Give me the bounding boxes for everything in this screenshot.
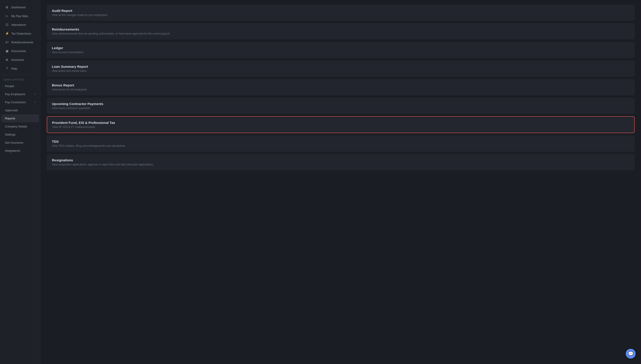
report-card-desc-reimbursements: View reimbursements that are pending aut… [52, 32, 629, 35]
sidebar-item-reports[interactable]: Reports [1, 114, 39, 122]
report-card-title-audit-report: Audit Report [52, 9, 629, 12]
report-card-title-tds: TDS [52, 140, 629, 144]
sidebar-label-dashboard: Dashboard [11, 6, 26, 9]
sidebar-label-get-insurance: Get Insurance [5, 141, 23, 144]
sidebar-label-attendance: Attendance [11, 23, 26, 26]
report-card-loan-summary-report[interactable]: Loan Summary ReportView active and close… [47, 60, 635, 77]
report-card-desc-bonus-report: View bonus for all employees [52, 88, 629, 91]
sidebar-item-pay-employees[interactable]: Pay Employees▾ [1, 90, 39, 98]
report-card-title-reimbursements: Reimbursements [52, 28, 629, 31]
report-card-title-loan-summary-report: Loan Summary Report [52, 65, 629, 68]
sidebar-label-pay-employees: Pay Employees [5, 92, 25, 96]
tax-deductions-icon: ⚡ [5, 32, 9, 36]
report-card-title-bonus-report: Bonus Report [52, 83, 629, 87]
attendance-icon: ☑ [5, 23, 9, 27]
report-card-audit-report[interactable]: Audit ReportView all the changes made by… [47, 4, 635, 21]
report-card-ledger[interactable]: LedgerView account transactions [47, 42, 635, 58]
report-card-desc-upcoming-contractor-payments: View future contractor payments [52, 106, 629, 110]
sidebar-item-pay-contractors[interactable]: Pay Contractors▾ [1, 98, 39, 106]
sidebar-item-documents[interactable]: ▣Documents [1, 47, 39, 55]
sidebar-label-approvals: Approvals [5, 108, 18, 112]
sidebar-item-tax-deductions[interactable]: ⚡Tax Deductions [1, 29, 39, 38]
report-card-desc-ledger: View account transactions [52, 51, 629, 54]
documents-icon: ▣ [5, 49, 9, 53]
sidebar-label-insurance: Insurance [11, 58, 24, 62]
report-card-reimbursements[interactable]: ReimbursementsView reimbursements that a… [47, 23, 635, 40]
sidebar-label-reports: Reports [5, 117, 15, 120]
sidebar-divider [3, 75, 38, 75]
my-pay-slips-icon: ▷ [5, 14, 9, 18]
sidebar-item-approvals[interactable]: Approvals [1, 106, 39, 114]
sidebar-item-dashboard[interactable]: ⊞Dashboard [1, 3, 39, 12]
sidebar-item-people[interactable]: People [1, 82, 39, 90]
help-icon: ? [5, 66, 9, 70]
report-card-resignations[interactable]: ResignationsView resignation application… [47, 154, 635, 170]
sidebar-item-insurance[interactable]: ⊕Insurance [1, 56, 39, 64]
report-card-desc-resignations: View resignation applications, approve o… [52, 163, 629, 166]
admin-section-label: ADMIN OPTIONS [0, 77, 40, 82]
sidebar-item-help[interactable]: ?Help [1, 64, 39, 73]
report-card-desc-provident-fund: View PF, ESI & PT challans/receipts [52, 126, 629, 128]
sidebar-label-people: People [5, 84, 14, 88]
sidebar-item-company-details[interactable]: Company Details [1, 122, 39, 130]
sidebar-item-attendance[interactable]: ☑Attendance [1, 20, 39, 29]
sidebar-label-pay-contractors: Pay Contractors [5, 100, 26, 104]
report-card-bonus-report[interactable]: Bonus ReportView bonus for all employees [47, 79, 635, 96]
sidebar-item-integrations[interactable]: Integrations [1, 147, 39, 154]
sidebar-label-reimbursements: Reimbursements [11, 40, 33, 44]
sidebar-label-help: Help [11, 67, 17, 70]
sidebar-label-documents: Documents [11, 49, 26, 53]
report-card-provident-fund[interactable]: Provident Fund, ESI & Professional TaxVi… [47, 116, 635, 133]
reimbursements-icon: 🏷 [5, 40, 9, 44]
report-card-title-resignations: Resignations [52, 158, 629, 162]
sidebar-item-settings[interactable]: Settings [1, 130, 39, 138]
report-card-title-upcoming-contractor-payments: Upcoming Contractor Payments [52, 102, 629, 106]
report-card-desc-loan-summary-report: View active and closed loans [52, 69, 629, 72]
main-content: Audit ReportView all the changes made by… [41, 0, 641, 364]
report-card-title-provident-fund: Provident Fund, ESI & Professional Tax [52, 121, 629, 124]
report-card-tds[interactable]: TDSView TDS challans, filing acknowledge… [47, 135, 635, 152]
sidebar-item-my-pay-slips[interactable]: ▷My Pay Slips [1, 12, 39, 20]
report-card-desc-audit-report: View all the changes made by your employ… [52, 14, 629, 16]
chevron-down-icon-pay-employees: ▾ [34, 93, 35, 96]
report-card-title-ledger: Ledger [52, 46, 629, 50]
dashboard-icon: ⊞ [5, 5, 9, 9]
chat-icon: 💬 [628, 351, 633, 356]
sidebar: ⊞Dashboard▷My Pay Slips☑Attendance⚡Tax D… [0, 0, 41, 364]
sidebar-label-integrations: Integrations [5, 149, 20, 152]
insurance-icon: ⊕ [5, 58, 9, 62]
sidebar-label-tax-deductions: Tax Deductions [11, 32, 31, 35]
report-card-upcoming-contractor-payments[interactable]: Upcoming Contractor PaymentsView future … [47, 98, 635, 114]
sidebar-item-get-insurance[interactable]: Get Insurance [1, 139, 39, 146]
report-card-desc-tds: View TDS challans, filing acknowledgemen… [52, 144, 629, 148]
sidebar-label-company-details: Company Details [5, 125, 27, 128]
sidebar-label-settings: Settings [5, 133, 16, 136]
sidebar-label-my-pay-slips: My Pay Slips [11, 14, 28, 18]
chat-button[interactable]: 💬 [626, 349, 635, 358]
chevron-down-icon-pay-contractors: ▾ [34, 101, 35, 104]
sidebar-item-reimbursements[interactable]: 🏷Reimbursements [1, 38, 39, 46]
